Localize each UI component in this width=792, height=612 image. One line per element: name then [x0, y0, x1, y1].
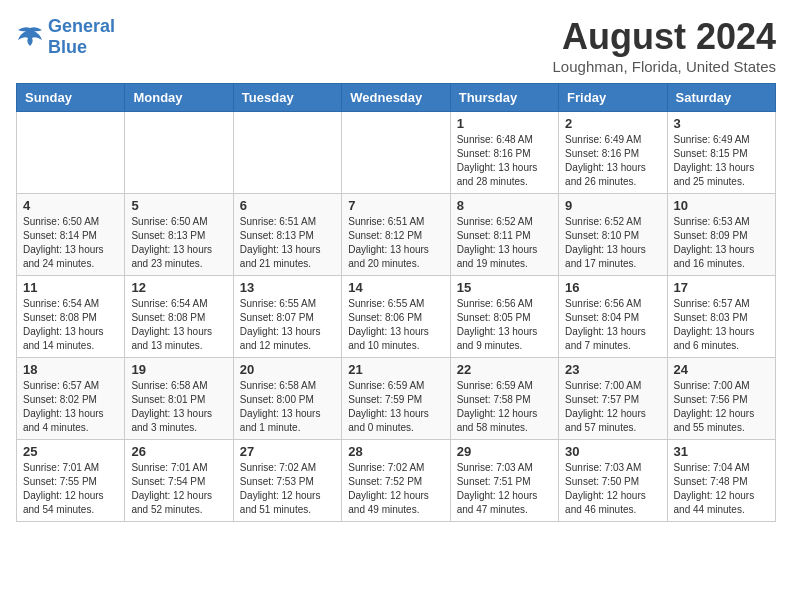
calendar-cell: 20Sunrise: 6:58 AM Sunset: 8:00 PM Dayli…: [233, 358, 341, 440]
day-number: 16: [565, 280, 660, 295]
day-info: Sunrise: 6:52 AM Sunset: 8:10 PM Dayligh…: [565, 215, 660, 271]
calendar-cell: 22Sunrise: 6:59 AM Sunset: 7:58 PM Dayli…: [450, 358, 558, 440]
day-info: Sunrise: 6:59 AM Sunset: 7:58 PM Dayligh…: [457, 379, 552, 435]
day-info: Sunrise: 7:02 AM Sunset: 7:52 PM Dayligh…: [348, 461, 443, 517]
day-info: Sunrise: 6:51 AM Sunset: 8:13 PM Dayligh…: [240, 215, 335, 271]
calendar-cell: 29Sunrise: 7:03 AM Sunset: 7:51 PM Dayli…: [450, 440, 558, 522]
calendar-cell: [125, 112, 233, 194]
day-info: Sunrise: 6:59 AM Sunset: 7:59 PM Dayligh…: [348, 379, 443, 435]
day-info: Sunrise: 6:51 AM Sunset: 8:12 PM Dayligh…: [348, 215, 443, 271]
day-info: Sunrise: 6:49 AM Sunset: 8:16 PM Dayligh…: [565, 133, 660, 189]
title-section: August 2024 Loughman, Florida, United St…: [553, 16, 776, 75]
calendar-cell: 23Sunrise: 7:00 AM Sunset: 7:57 PM Dayli…: [559, 358, 667, 440]
calendar-week-row: 25Sunrise: 7:01 AM Sunset: 7:55 PM Dayli…: [17, 440, 776, 522]
day-number: 9: [565, 198, 660, 213]
weekday-header-row: SundayMondayTuesdayWednesdayThursdayFrid…: [17, 84, 776, 112]
weekday-header-thursday: Thursday: [450, 84, 558, 112]
calendar-cell: 31Sunrise: 7:04 AM Sunset: 7:48 PM Dayli…: [667, 440, 775, 522]
weekday-header-wednesday: Wednesday: [342, 84, 450, 112]
day-number: 28: [348, 444, 443, 459]
day-info: Sunrise: 6:52 AM Sunset: 8:11 PM Dayligh…: [457, 215, 552, 271]
calendar-cell: 28Sunrise: 7:02 AM Sunset: 7:52 PM Dayli…: [342, 440, 450, 522]
day-number: 5: [131, 198, 226, 213]
day-number: 31: [674, 444, 769, 459]
calendar-cell: 5Sunrise: 6:50 AM Sunset: 8:13 PM Daylig…: [125, 194, 233, 276]
calendar-cell: 1Sunrise: 6:48 AM Sunset: 8:16 PM Daylig…: [450, 112, 558, 194]
calendar-week-row: 1Sunrise: 6:48 AM Sunset: 8:16 PM Daylig…: [17, 112, 776, 194]
day-number: 30: [565, 444, 660, 459]
day-info: Sunrise: 6:48 AM Sunset: 8:16 PM Dayligh…: [457, 133, 552, 189]
day-number: 26: [131, 444, 226, 459]
day-number: 17: [674, 280, 769, 295]
calendar-cell: 4Sunrise: 6:50 AM Sunset: 8:14 PM Daylig…: [17, 194, 125, 276]
day-info: Sunrise: 6:49 AM Sunset: 8:15 PM Dayligh…: [674, 133, 769, 189]
day-number: 7: [348, 198, 443, 213]
day-number: 25: [23, 444, 118, 459]
calendar-cell: 12Sunrise: 6:54 AM Sunset: 8:08 PM Dayli…: [125, 276, 233, 358]
weekday-header-tuesday: Tuesday: [233, 84, 341, 112]
day-info: Sunrise: 6:55 AM Sunset: 8:06 PM Dayligh…: [348, 297, 443, 353]
day-info: Sunrise: 7:03 AM Sunset: 7:51 PM Dayligh…: [457, 461, 552, 517]
header: GeneralBlue August 2024 Loughman, Florid…: [16, 16, 776, 75]
day-info: Sunrise: 6:50 AM Sunset: 8:13 PM Dayligh…: [131, 215, 226, 271]
day-info: Sunrise: 6:53 AM Sunset: 8:09 PM Dayligh…: [674, 215, 769, 271]
main-title: August 2024: [553, 16, 776, 58]
day-info: Sunrise: 7:00 AM Sunset: 7:56 PM Dayligh…: [674, 379, 769, 435]
calendar-cell: 19Sunrise: 6:58 AM Sunset: 8:01 PM Dayli…: [125, 358, 233, 440]
calendar-cell: 16Sunrise: 6:56 AM Sunset: 8:04 PM Dayli…: [559, 276, 667, 358]
weekday-header-sunday: Sunday: [17, 84, 125, 112]
calendar-week-row: 18Sunrise: 6:57 AM Sunset: 8:02 PM Dayli…: [17, 358, 776, 440]
day-info: Sunrise: 6:54 AM Sunset: 8:08 PM Dayligh…: [23, 297, 118, 353]
day-number: 11: [23, 280, 118, 295]
day-number: 23: [565, 362, 660, 377]
calendar-cell: 18Sunrise: 6:57 AM Sunset: 8:02 PM Dayli…: [17, 358, 125, 440]
calendar-cell: 21Sunrise: 6:59 AM Sunset: 7:59 PM Dayli…: [342, 358, 450, 440]
subtitle: Loughman, Florida, United States: [553, 58, 776, 75]
calendar-cell: 13Sunrise: 6:55 AM Sunset: 8:07 PM Dayli…: [233, 276, 341, 358]
calendar-cell: 30Sunrise: 7:03 AM Sunset: 7:50 PM Dayli…: [559, 440, 667, 522]
day-number: 29: [457, 444, 552, 459]
calendar-cell: [233, 112, 341, 194]
day-number: 24: [674, 362, 769, 377]
day-info: Sunrise: 6:54 AM Sunset: 8:08 PM Dayligh…: [131, 297, 226, 353]
day-info: Sunrise: 6:55 AM Sunset: 8:07 PM Dayligh…: [240, 297, 335, 353]
day-number: 15: [457, 280, 552, 295]
day-number: 13: [240, 280, 335, 295]
day-number: 19: [131, 362, 226, 377]
day-info: Sunrise: 6:56 AM Sunset: 8:04 PM Dayligh…: [565, 297, 660, 353]
day-number: 14: [348, 280, 443, 295]
weekday-header-monday: Monday: [125, 84, 233, 112]
calendar-cell: 10Sunrise: 6:53 AM Sunset: 8:09 PM Dayli…: [667, 194, 775, 276]
day-number: 20: [240, 362, 335, 377]
day-number: 1: [457, 116, 552, 131]
day-info: Sunrise: 7:00 AM Sunset: 7:57 PM Dayligh…: [565, 379, 660, 435]
day-info: Sunrise: 7:03 AM Sunset: 7:50 PM Dayligh…: [565, 461, 660, 517]
calendar-cell: 17Sunrise: 6:57 AM Sunset: 8:03 PM Dayli…: [667, 276, 775, 358]
day-info: Sunrise: 6:57 AM Sunset: 8:03 PM Dayligh…: [674, 297, 769, 353]
calendar-cell: 3Sunrise: 6:49 AM Sunset: 8:15 PM Daylig…: [667, 112, 775, 194]
logo: GeneralBlue: [16, 16, 115, 58]
day-info: Sunrise: 6:56 AM Sunset: 8:05 PM Dayligh…: [457, 297, 552, 353]
calendar-cell: 14Sunrise: 6:55 AM Sunset: 8:06 PM Dayli…: [342, 276, 450, 358]
calendar-cell: 6Sunrise: 6:51 AM Sunset: 8:13 PM Daylig…: [233, 194, 341, 276]
calendar-cell: 15Sunrise: 6:56 AM Sunset: 8:05 PM Dayli…: [450, 276, 558, 358]
day-info: Sunrise: 7:02 AM Sunset: 7:53 PM Dayligh…: [240, 461, 335, 517]
calendar-week-row: 11Sunrise: 6:54 AM Sunset: 8:08 PM Dayli…: [17, 276, 776, 358]
day-info: Sunrise: 7:01 AM Sunset: 7:55 PM Dayligh…: [23, 461, 118, 517]
day-info: Sunrise: 6:50 AM Sunset: 8:14 PM Dayligh…: [23, 215, 118, 271]
calendar-cell: 9Sunrise: 6:52 AM Sunset: 8:10 PM Daylig…: [559, 194, 667, 276]
day-info: Sunrise: 7:01 AM Sunset: 7:54 PM Dayligh…: [131, 461, 226, 517]
logo-bird-icon: [16, 26, 44, 48]
day-number: 3: [674, 116, 769, 131]
day-info: Sunrise: 6:58 AM Sunset: 8:01 PM Dayligh…: [131, 379, 226, 435]
day-info: Sunrise: 6:57 AM Sunset: 8:02 PM Dayligh…: [23, 379, 118, 435]
calendar-cell: 11Sunrise: 6:54 AM Sunset: 8:08 PM Dayli…: [17, 276, 125, 358]
calendar-cell: 24Sunrise: 7:00 AM Sunset: 7:56 PM Dayli…: [667, 358, 775, 440]
calendar-cell: 26Sunrise: 7:01 AM Sunset: 7:54 PM Dayli…: [125, 440, 233, 522]
day-number: 12: [131, 280, 226, 295]
day-number: 2: [565, 116, 660, 131]
calendar-week-row: 4Sunrise: 6:50 AM Sunset: 8:14 PM Daylig…: [17, 194, 776, 276]
calendar-cell: 2Sunrise: 6:49 AM Sunset: 8:16 PM Daylig…: [559, 112, 667, 194]
day-number: 8: [457, 198, 552, 213]
calendar-cell: 25Sunrise: 7:01 AM Sunset: 7:55 PM Dayli…: [17, 440, 125, 522]
